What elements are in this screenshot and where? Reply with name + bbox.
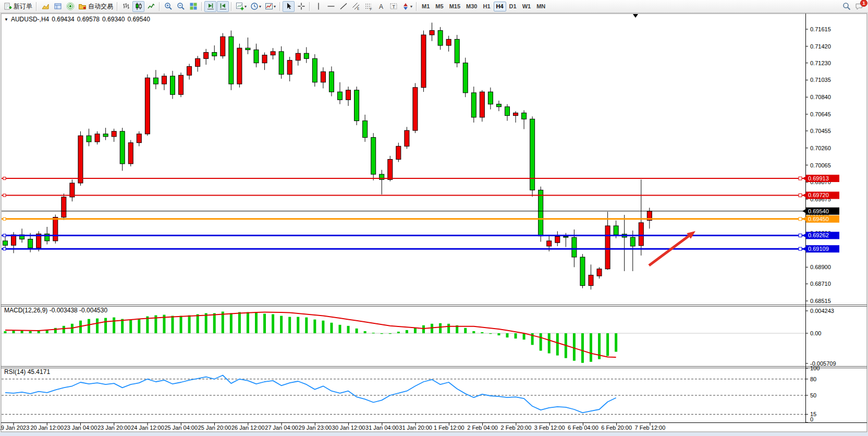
time-tick-label: 19 Jan 2023 [0, 425, 29, 431]
label-icon: T [389, 2, 398, 10]
indicators-button[interactable]: ▾ [234, 1, 248, 12]
price-tick-label: 0.68710 [810, 281, 831, 287]
candle-body [363, 121, 368, 138]
label-button[interactable]: T [387, 1, 399, 12]
chevron-down-icon[interactable]: ▼ [4, 17, 8, 22]
navigator-button[interactable] [64, 1, 76, 12]
level-handle[interactable] [799, 247, 802, 250]
chart-shift-button[interactable] [217, 1, 229, 12]
macd-bar [230, 313, 233, 333]
candle-body [95, 134, 100, 142]
tab-timeframe-m30[interactable]: M30 [463, 2, 480, 11]
macd-bar [4, 331, 7, 333]
tile-windows-button[interactable] [187, 1, 199, 12]
new-order-button[interactable]: 新订单 [2, 1, 34, 12]
tab-timeframe-h1[interactable]: H1 [480, 2, 493, 11]
bar-chart-type-button[interactable] [120, 1, 132, 12]
fibonacci-button[interactable]: F [362, 1, 374, 12]
level-handle[interactable] [799, 177, 802, 180]
level-price-label: 0.69540 [808, 208, 829, 214]
chart-window-frame [1, 14, 867, 432]
auto-scroll-button[interactable] [204, 1, 216, 12]
trendline-button[interactable] [337, 1, 349, 12]
cursor-button[interactable] [283, 1, 295, 12]
toolbar-separator [159, 2, 160, 11]
candle-body [555, 236, 560, 243]
candle-body [28, 239, 33, 248]
data-window-button[interactable] [52, 1, 64, 12]
tab-timeframe-m1[interactable]: M1 [419, 2, 432, 11]
candle-body [271, 52, 275, 55]
candlestick-chart-type-button[interactable] [132, 1, 144, 12]
macd-bar [506, 333, 509, 337]
zoom-out-button[interactable] [175, 1, 187, 12]
level-handle[interactable] [799, 234, 802, 237]
candle-body [605, 226, 610, 269]
price-tick-label: 0.70065 [810, 162, 831, 168]
macd-bar [364, 331, 366, 333]
level-handle[interactable] [3, 217, 6, 220]
tab-timeframe-mn[interactable]: MN [534, 2, 548, 11]
candle-body [530, 119, 535, 190]
equidistant-channel-button[interactable]: E [350, 1, 362, 12]
price-tick-label: 0.71420 [810, 43, 831, 50]
macd-bar [222, 311, 224, 333]
level-handle[interactable] [799, 217, 802, 221]
candle-body [455, 39, 459, 63]
market-watch-button[interactable] [39, 1, 51, 12]
search-button[interactable] [840, 1, 852, 12]
macd-bar [406, 330, 408, 333]
macd-bar [213, 313, 216, 333]
line-chart-type-button[interactable] [145, 1, 157, 12]
candle-body [262, 55, 267, 63]
level-price-box: 0.69913 [802, 175, 839, 182]
time-tick-label: 2 Feb 20:00 [501, 425, 532, 431]
application-window: 新订单 自动交易 [0, 0, 868, 436]
macd-bar [322, 321, 324, 333]
zoom-out-icon [177, 2, 185, 10]
candle-body [580, 257, 585, 286]
level-handle[interactable] [3, 194, 6, 197]
level-handle[interactable] [3, 177, 6, 180]
notifications-button[interactable]: 1 [853, 1, 865, 12]
level-handle[interactable] [799, 193, 802, 197]
auto-trading-button[interactable]: 自动交易 [77, 1, 115, 12]
tab-timeframe-w1[interactable]: W1 [520, 2, 534, 11]
chart-canvas[interactable]: 0.716150.714200.712300.710350.708400.706… [0, 0, 868, 436]
candle-body [137, 134, 141, 143]
candle-body [430, 31, 434, 35]
horizontal-line-button[interactable] [325, 1, 337, 12]
tab-timeframe-d1[interactable]: D1 [507, 2, 519, 11]
templates-button[interactable]: ▾ [263, 1, 277, 12]
time-tick-label: 20 Jan 12:00 [30, 425, 64, 431]
level-handle[interactable] [3, 248, 6, 250]
tab-timeframe-m15[interactable]: M15 [447, 2, 463, 11]
toolbar-separator [117, 2, 118, 11]
rsi-tick-label: 0 [810, 416, 813, 422]
macd-bar [63, 326, 65, 333]
candle-body [112, 131, 116, 137]
chart-high-value: 0.69578 [77, 16, 100, 23]
vertical-line-button[interactable] [312, 1, 324, 12]
time-tick-label: 24 Jan 12:00 [131, 425, 164, 431]
macd-bar [138, 319, 140, 333]
macd-bar [104, 318, 107, 333]
periods-button[interactable]: ▾ [249, 1, 263, 12]
arrows-button[interactable]: ▾ [400, 1, 414, 12]
level-handle[interactable] [3, 234, 6, 237]
candle-body [321, 72, 325, 82]
tab-timeframe-h4[interactable]: H4 [494, 2, 506, 11]
chart-shift-icon [219, 2, 227, 10]
zoom-in-button[interactable] [162, 1, 174, 12]
tab-timeframe-m5[interactable]: M5 [433, 2, 446, 11]
macd-bar [515, 333, 517, 338]
candle-body [421, 35, 426, 88]
macd-bar [548, 333, 551, 354]
trendline-icon [339, 2, 348, 10]
candle-body [246, 48, 250, 50]
text-button[interactable]: A [375, 1, 387, 12]
crosshair-button[interactable] [295, 1, 307, 12]
chevron-down-icon: ▾ [410, 4, 412, 9]
indicators-icon [236, 2, 244, 10]
rsi-tick-label: 100 [810, 365, 820, 371]
